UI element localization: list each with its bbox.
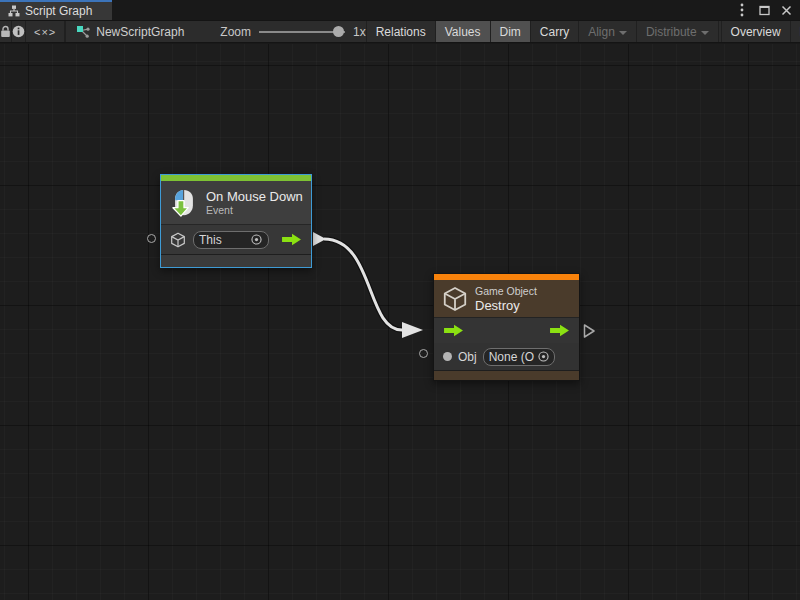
target-field[interactable]: This <box>193 231 269 249</box>
close-icon[interactable] <box>778 2 794 18</box>
values-button[interactable]: Values <box>436 21 491 42</box>
obj-field-value: None (O <box>489 350 534 364</box>
tab-script-graph[interactable]: Script Graph <box>0 0 112 20</box>
flow-out-port[interactable] <box>281 233 302 246</box>
destroy-flow-out-connector[interactable] <box>583 323 596 339</box>
node-title: Destroy <box>475 298 537 313</box>
code-preview-icon[interactable]: <×> <box>26 21 65 42</box>
obj-port-label: Obj <box>458 350 477 364</box>
graph-asset-icon <box>76 25 90 39</box>
node-subtitle: Event <box>206 204 303 217</box>
zoom-control: Zoom 1x <box>220 21 365 42</box>
chevron-down-icon <box>701 31 709 35</box>
zoom-slider-handle[interactable] <box>333 26 344 37</box>
distribute-dropdown[interactable]: Distribute <box>637 21 719 42</box>
relations-button[interactable]: Relations <box>367 21 436 42</box>
node-header: On Mouse Down Event <box>161 181 311 225</box>
graph-canvas[interactable]: On Mouse Down Event This <box>0 44 800 600</box>
graph-name: NewScriptGraph <box>96 25 184 39</box>
tab-title: Script Graph <box>25 4 92 18</box>
fullscreen-button[interactable]: Full Screen <box>791 21 800 42</box>
cube-icon <box>170 232 186 248</box>
info-icon[interactable] <box>12 21 26 42</box>
lock-icon[interactable] <box>0 21 12 42</box>
event-target-input-port[interactable] <box>147 234 156 243</box>
mouse-event-icon <box>169 188 199 218</box>
target-field-value: This <box>199 233 222 247</box>
dim-button[interactable]: Dim <box>491 21 531 42</box>
destroy-obj-input-port[interactable] <box>419 349 428 358</box>
overview-button[interactable]: Overview <box>721 21 791 42</box>
code-glyph: <×> <box>34 26 56 38</box>
object-picker-icon[interactable] <box>250 233 263 246</box>
chevron-down-icon <box>619 31 627 35</box>
event-port-row: This <box>161 225 311 254</box>
obj-value-port-dot[interactable] <box>443 352 452 361</box>
script-graph-window: Script Graph <×> <box>0 0 800 600</box>
graph-toolbar: <×> NewScriptGraph Zoom 1x Relations Val… <box>0 20 800 43</box>
maximize-icon[interactable] <box>756 2 772 18</box>
zoom-label: Zoom <box>220 25 251 39</box>
flow-out-port[interactable] <box>549 324 570 337</box>
node-category: Game Object <box>475 285 537 298</box>
zoom-value: 1x <box>353 25 366 39</box>
zoom-slider[interactable] <box>259 20 345 43</box>
graph-breadcrumb[interactable]: NewScriptGraph <box>66 21 194 42</box>
object-picker-icon[interactable] <box>537 350 550 363</box>
window-controls <box>734 0 800 20</box>
node-title: On Mouse Down <box>206 189 303 204</box>
title-bar: Script Graph <box>0 0 800 20</box>
destroy-flow-row <box>434 318 579 343</box>
flow-in-port[interactable] <box>443 324 464 337</box>
node-footer <box>434 370 579 380</box>
carry-button[interactable]: Carry <box>531 21 579 42</box>
destroy-obj-row: Obj None (O <box>434 343 579 370</box>
align-dropdown[interactable]: Align <box>579 21 637 42</box>
node-header: Game Object Destroy <box>434 280 579 318</box>
kebab-menu-icon[interactable] <box>734 2 750 18</box>
node-destroy[interactable]: Game Object Destroy Obj None (O <box>433 273 580 381</box>
script-graph-tab-icon <box>8 5 20 17</box>
node-footer <box>161 254 311 267</box>
toolbar-buttons: Relations Values Dim Carry Align Distrib… <box>366 21 800 42</box>
cube-icon <box>442 286 468 312</box>
obj-field[interactable]: None (O <box>483 348 555 366</box>
flow-connection[interactable] <box>0 44 800 600</box>
node-on-mouse-down[interactable]: On Mouse Down Event This <box>160 174 312 268</box>
